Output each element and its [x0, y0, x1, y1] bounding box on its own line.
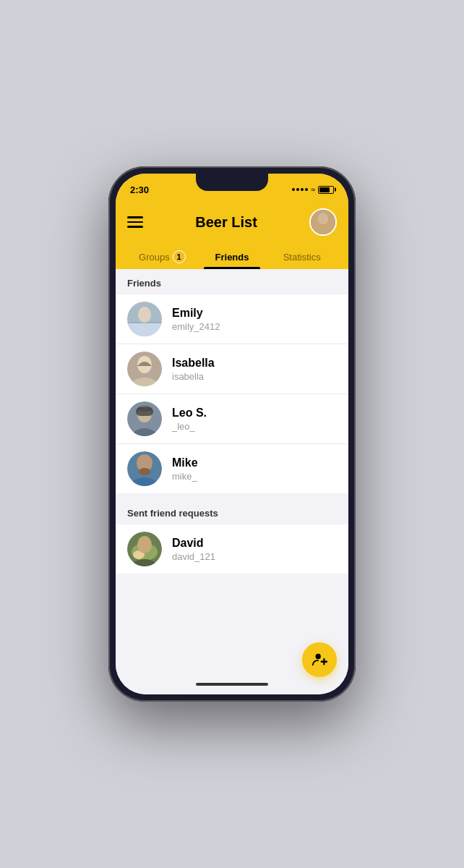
tab-statistics[interactable]: Statistics	[267, 244, 337, 269]
sent-requests-header: Sent friend requests	[116, 499, 348, 524]
list-item[interactable]: Mike mike_	[116, 444, 348, 493]
avatar	[127, 302, 162, 336]
tab-groups-label: Groups	[139, 252, 170, 263]
svg-point-1	[318, 213, 328, 224]
friend-info: Leo S. _leo_	[172, 407, 337, 432]
friend-username: emily_2412	[172, 321, 337, 332]
avatar	[127, 352, 162, 386]
app-title: Beer List	[195, 214, 257, 231]
svg-rect-8	[127, 323, 162, 336]
friends-list: Emily emily_2412 I	[116, 294, 348, 493]
tab-friends[interactable]: Friends	[197, 244, 267, 269]
status-icons: ≈	[292, 185, 334, 194]
list-item[interactable]: Isabella isabella	[116, 344, 348, 394]
add-person-icon	[312, 652, 327, 668]
friend-name: Leo S.	[172, 407, 337, 420]
friend-name: Isabella	[172, 357, 337, 370]
friend-username: isabella	[172, 371, 337, 382]
svg-point-26	[316, 654, 321, 659]
svg-point-6	[138, 307, 151, 323]
svg-point-24	[137, 536, 152, 553]
svg-rect-3	[311, 224, 335, 234]
friend-info: David david_121	[172, 537, 337, 562]
sent-requests-list: David david_121	[116, 524, 348, 574]
friend-username: mike_	[172, 471, 337, 482]
app-header: Beer List Groups 1	[116, 200, 348, 269]
friend-info: Mike mike_	[172, 456, 337, 482]
avatar-image	[311, 210, 335, 234]
friend-name: Mike	[172, 456, 337, 469]
phone-frame: 2:30 ≈	[108, 166, 356, 702]
groups-badge: 1	[173, 250, 186, 263]
tab-groups[interactable]: Groups 1	[127, 244, 197, 269]
battery-icon	[318, 186, 334, 194]
avatar	[127, 532, 162, 566]
home-bar	[196, 683, 268, 686]
menu-button[interactable]	[127, 216, 143, 228]
notch	[196, 174, 268, 191]
svg-point-16	[137, 406, 152, 412]
avatar	[127, 401, 162, 436]
tab-friends-label: Friends	[215, 252, 249, 263]
svg-point-20	[139, 468, 150, 475]
friend-name: Emily	[172, 307, 337, 320]
friend-info: Isabella isabella	[172, 357, 337, 382]
friend-name: David	[172, 537, 337, 550]
list-item[interactable]: Emily emily_2412	[116, 294, 348, 344]
tab-statistics-label: Statistics	[283, 252, 321, 263]
list-item[interactable]: David david_121	[116, 524, 348, 574]
add-friend-button[interactable]	[302, 642, 337, 677]
home-indicator	[116, 674, 348, 694]
status-time: 2:30	[130, 184, 149, 195]
list-item[interactable]: Leo S. _leo_	[116, 394, 348, 444]
friends-section-header: Friends	[116, 269, 348, 294]
user-avatar[interactable]	[309, 208, 337, 236]
friend-username: _leo_	[172, 421, 337, 432]
sent-requests-section: Sent friend requests	[116, 499, 348, 574]
wifi-icon: ≈	[311, 185, 315, 194]
friend-username: david_121	[172, 551, 337, 562]
avatar	[127, 451, 162, 486]
tab-navigation: Groups 1 Friends Statistics	[127, 244, 337, 269]
friend-info: Emily emily_2412	[172, 307, 337, 332]
signal-icon	[292, 188, 308, 191]
content-area: Friends Emily em	[116, 269, 348, 674]
header-top: Beer List	[127, 205, 337, 244]
phone-screen: 2:30 ≈	[116, 174, 348, 694]
